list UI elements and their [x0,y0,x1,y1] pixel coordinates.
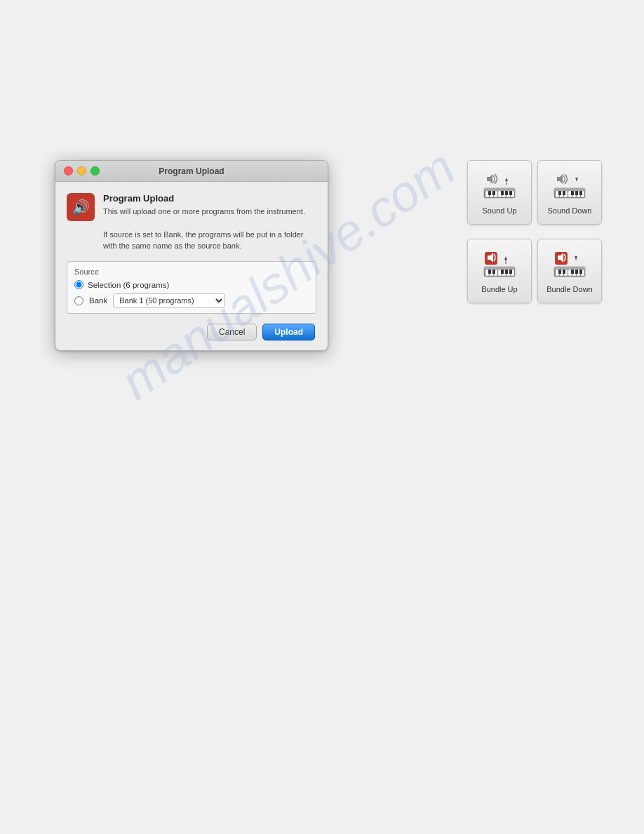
program-upload-dialog: Program Upload Program Upload This will … [55,160,328,351]
dialog-buttons: Cancel Upload [67,324,316,340]
sound-up-label: Sound Up [483,206,517,215]
sound-buttons-row: Sound Up [467,160,602,225]
sound-down-icon-svg [551,171,588,202]
svg-rect-46 [505,270,508,274]
bundle-up-icon [481,249,518,282]
svg-rect-69 [576,256,577,260]
dialog-header-row: Program Upload This will upload one or m… [67,193,316,251]
sound-down-label: Sound Down [548,206,592,215]
sound-up-icon [481,170,518,204]
cancel-button[interactable]: Cancel [207,324,257,340]
radio-selection-row: Selection (6 programs) [74,280,309,289]
maximize-button[interactable] [90,166,100,176]
sound-down-icon [551,170,588,204]
dialog-description-2: If source is set to Bank, the programs w… [103,230,316,251]
svg-rect-28 [571,191,574,195]
svg-rect-26 [558,191,561,195]
icon-buttons-area: Sound Up [467,160,602,303]
svg-rect-13 [509,191,512,195]
svg-rect-11 [501,191,504,195]
svg-rect-53 [554,267,585,270]
upload-button[interactable]: Upload [262,324,315,340]
svg-rect-30 [579,191,582,195]
svg-rect-63 [571,270,574,274]
svg-rect-12 [505,191,508,195]
svg-rect-10 [492,191,495,195]
source-label: Source [74,267,309,276]
svg-rect-47 [509,270,512,274]
svg-rect-44 [492,270,495,274]
svg-rect-61 [558,270,561,274]
bank-select[interactable]: Bank 1 (50 programs) [113,293,225,307]
bundle-down-button[interactable]: Bundle Down [537,239,602,303]
svg-rect-33 [577,178,577,181]
svg-rect-35 [484,267,515,270]
svg-rect-64 [575,270,578,274]
svg-rect-45 [501,270,504,274]
svg-rect-43 [488,270,491,274]
sound-up-icon-svg [481,171,518,202]
dialog-description-1: This will upload one or more programs fr… [103,206,316,217]
svg-marker-14 [487,174,492,184]
traffic-lights [64,166,100,176]
svg-rect-1 [484,188,515,191]
bundle-down-icon [551,249,588,282]
bundle-buttons-row: Bundle Up [467,239,602,303]
dialog-titlebar: Program Upload [55,161,328,182]
bundle-down-label: Bundle Down [546,285,592,293]
bank-row: Bank Bank 1 (50 programs) [74,293,309,307]
dialog-header-text: Program Upload This will upload one or m… [103,193,316,251]
svg-rect-29 [575,191,578,195]
svg-marker-50 [504,256,507,260]
sound-up-button[interactable]: Sound Up [467,160,532,225]
selection-radio[interactable] [74,280,83,289]
dialog-icon [67,193,95,221]
dialog-content: Program Upload This will upload one or m… [55,182,328,350]
svg-rect-27 [563,191,565,195]
dialog-title: Program Upload [159,166,224,176]
svg-marker-15 [505,178,508,181]
selection-label: Selection (6 programs) [88,281,169,289]
minimize-button[interactable] [77,166,86,176]
svg-rect-65 [579,270,582,274]
bank-label: Bank [89,296,107,305]
source-section: Source Selection (6 programs) Bank Bank … [67,261,316,314]
close-button[interactable] [64,166,73,176]
svg-rect-62 [563,270,565,274]
bundle-up-label: Bundle Up [481,285,517,293]
bundle-up-icon-svg [481,250,518,281]
bank-radio[interactable] [74,296,83,305]
svg-rect-51 [506,260,507,264]
svg-marker-31 [557,174,563,184]
bundle-up-button[interactable]: Bundle Up [467,239,532,303]
svg-rect-18 [554,188,585,191]
bundle-down-icon-svg [551,250,588,281]
svg-rect-9 [488,191,491,195]
dialog-heading: Program Upload [103,193,316,204]
svg-rect-16 [507,181,507,185]
sound-down-button[interactable]: Sound Down [537,160,602,225]
